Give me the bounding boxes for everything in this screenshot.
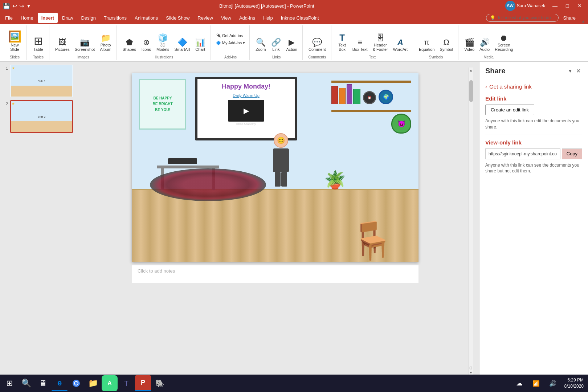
header-footer-button[interactable]: 🗄 Header& Footer xyxy=(371,28,390,53)
save-icon[interactable]: 💾 xyxy=(3,3,10,9)
start-button[interactable]: ⊞ xyxy=(1,375,17,391)
zoom-button[interactable]: 🔍 Zoom xyxy=(253,28,268,53)
textbox-button[interactable]: T TextBox xyxy=(335,28,350,53)
video-play-icon[interactable]: ▶ xyxy=(244,106,249,115)
scroll-up-icon[interactable]: ▲ xyxy=(469,68,474,73)
vertical-scrollbar[interactable]: ▲ ⊡ ▼ xyxy=(468,68,473,375)
search-button[interactable]: 🔍 xyxy=(18,375,34,391)
slide-1-thumbnail[interactable]: ★ Slide 1 xyxy=(10,65,73,97)
menu-view[interactable]: View xyxy=(217,13,235,23)
menu-help[interactable]: Help xyxy=(260,13,277,23)
redo-icon[interactable]: ↪ xyxy=(19,3,24,9)
screenshot-button[interactable]: 📷 Screenshot xyxy=(73,28,97,53)
titlebar-right: SW Sara Wanasek — □ ✕ xyxy=(502,1,585,11)
photo-album-button[interactable]: 📁 PhotoAlbum xyxy=(98,28,113,53)
slide-thumb-2[interactable]: 2 ★ Slide 2 xyxy=(3,100,73,133)
table-button[interactable]: ⊞ Table xyxy=(31,28,46,53)
smartart-icon: 🔷 xyxy=(177,38,187,46)
scroll-thumb[interactable] xyxy=(469,80,473,102)
undo-icon[interactable]: ↩ xyxy=(12,3,17,9)
ribbon-group-images: 🖼 Pictures 📷 Screenshot 📁 PhotoAlbum Ima… xyxy=(50,25,117,60)
customize-icon[interactable]: ▼ xyxy=(26,3,31,9)
pictures-button[interactable]: 🖼 Pictures xyxy=(53,28,72,53)
android-studio-button[interactable]: A xyxy=(102,375,118,391)
slide-2-star-icon: ★ xyxy=(12,102,15,106)
icons-button[interactable]: ⊛ Icons xyxy=(139,28,154,53)
menu-home[interactable]: Home xyxy=(17,13,37,23)
teams-button[interactable]: T xyxy=(118,375,134,391)
share-link-row: Copy xyxy=(485,148,582,159)
edge-button[interactable]: e xyxy=(52,375,68,391)
plant-icon: 🪴 xyxy=(324,170,346,190)
lightbulb-icon: 💡 xyxy=(490,15,495,20)
slide-thumb-1[interactable]: 1 ★ Slide 1 xyxy=(3,65,73,97)
screen-recording-button[interactable]: ⏺ ScreenRecording xyxy=(493,28,515,53)
titlebar-left: 💾 ↩ ↪ ▼ xyxy=(3,3,31,9)
ribbon-group-comments-label: Comments xyxy=(309,54,326,60)
symbol-button[interactable]: Ω Symbol xyxy=(437,28,455,53)
video-button[interactable]: 🎬 Video xyxy=(462,28,477,53)
ribbon: 🖼️ NewSlide Slides ⊞ Table Tables 🖼 Pict… xyxy=(0,24,588,62)
menu-review[interactable]: Review xyxy=(194,13,217,23)
slide-canvas[interactable]: BE HAPPYBE BRIGHTBE YOU! Happy Monday! D… xyxy=(132,73,418,262)
scroll-fit-icon[interactable]: ⊡ xyxy=(469,366,473,370)
task-view-button[interactable]: 🖥 xyxy=(35,375,51,391)
user-avatar: SW xyxy=(505,1,515,11)
slide-2-thumbnail[interactable]: ★ Slide 2 xyxy=(10,100,73,133)
shapes-button[interactable]: ⬟ Shapes xyxy=(121,28,138,53)
menu-draw[interactable]: Draw xyxy=(58,13,77,23)
chart-icon: 📊 xyxy=(195,38,205,46)
menu-design[interactable]: Design xyxy=(77,13,99,23)
chart-button[interactable]: 📊 Chart xyxy=(193,28,208,53)
menu-animations[interactable]: Animations xyxy=(131,13,162,23)
new-slide-button[interactable]: 🖼️ NewSlide xyxy=(6,28,24,53)
action-button[interactable]: ▶ Action xyxy=(284,28,299,53)
menu-inknoe[interactable]: Inknoe ClassPoint xyxy=(277,13,323,23)
main-area: 1 ★ Slide 1 2 ★ Slide 2 xyxy=(0,62,588,381)
maximize-button[interactable]: □ xyxy=(562,1,573,11)
icons-icon: ⊛ xyxy=(143,38,150,46)
ribbon-group-media: 🎬 Video 🔊 Audio ⏺ ScreenRecording Media xyxy=(459,25,518,60)
share-back-link[interactable]: ‹ Get a sharing link xyxy=(479,79,588,91)
share-close-button[interactable]: ✕ xyxy=(575,66,582,76)
share-dropdown-icon[interactable]: ▼ xyxy=(568,69,572,74)
my-addins-button[interactable]: 🔷 My Add-ins ▾ xyxy=(215,40,246,46)
notes-area[interactable]: Click to add notes xyxy=(132,265,418,283)
chrome-button[interactable] xyxy=(68,375,84,391)
smartart-button[interactable]: 🔷 SmartArt xyxy=(172,28,192,53)
powerpoint-taskbar-button[interactable]: P xyxy=(135,375,151,391)
audio-icon: 🔊 xyxy=(480,38,490,46)
box-text-button[interactable]: ≡ Box Text xyxy=(350,28,370,53)
equation-button[interactable]: π Equation xyxy=(417,28,437,53)
audio-button[interactable]: 🔊 Audio xyxy=(477,28,492,53)
scroll-down-icon[interactable]: ▼ xyxy=(469,371,473,375)
share-copy-button[interactable]: Copy xyxy=(562,148,582,159)
menu-slideshow[interactable]: Slide Show xyxy=(162,13,193,23)
share-view-heading: View-only link xyxy=(485,139,582,146)
create-edit-link-button[interactable]: Create an edit link xyxy=(485,105,534,115)
menu-addins[interactable]: Add-ins xyxy=(236,13,259,23)
menu-file[interactable]: File xyxy=(1,13,16,23)
wordart-button[interactable]: A WordArt xyxy=(391,28,410,53)
minimize-button[interactable]: — xyxy=(550,1,560,11)
3d-models-button[interactable]: 🧊 3DModels xyxy=(154,28,171,53)
collapse-ribbon-icon[interactable]: ▲ xyxy=(580,19,587,24)
close-button[interactable]: ✕ xyxy=(574,1,585,11)
link-icon: 🔗 xyxy=(271,38,281,46)
menu-transitions[interactable]: Transitions xyxy=(100,13,130,23)
share-link-input[interactable] xyxy=(485,148,560,159)
network-icon: 📶 xyxy=(528,375,544,391)
explorer-button[interactable]: 📁 xyxy=(85,375,101,391)
menu-insert[interactable]: Insert xyxy=(38,13,58,23)
get-addins-icon: 🔌 xyxy=(216,33,221,38)
cloud-icon: ☁ xyxy=(511,375,527,391)
evernote-button[interactable]: 🐘 xyxy=(152,375,168,391)
get-addins-button[interactable]: 🔌 Get Add-ins xyxy=(215,32,244,38)
link-button[interactable]: 🔗 Link xyxy=(269,28,283,53)
share-panel-header: Share ▼ ✕ xyxy=(479,62,588,79)
ribbon-group-tables: ⊞ Table Tables xyxy=(28,25,49,60)
comment-button[interactable]: 💬 Comment xyxy=(306,28,328,53)
ribbon-group-illustrations-label: Illustrations xyxy=(155,54,173,60)
share-menu-btn[interactable]: Share xyxy=(559,13,579,23)
tell-me-input[interactable]: 💡 Tell me what you want to do xyxy=(486,14,559,22)
